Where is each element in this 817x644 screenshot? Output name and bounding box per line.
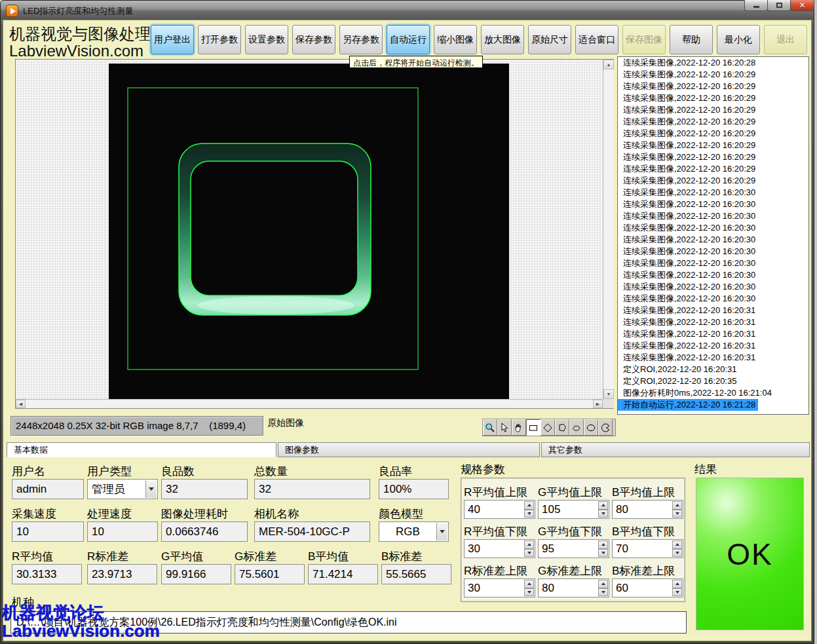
toolbar-button-3[interactable]: 设置参数 <box>245 25 288 54</box>
field-良品率[interactable]: 100% <box>379 479 449 499</box>
polygon-roi-tool[interactable] <box>555 419 569 436</box>
log-entry[interactable]: 连续采集图像,2022-12-20 16:20:31 <box>618 352 758 364</box>
minimize-button[interactable] <box>744 0 768 11</box>
oval-roi-tool[interactable] <box>584 419 598 436</box>
spec-spinner-B标准差上限[interactable]: 60 <box>612 578 683 597</box>
log-entry[interactable]: 连续采集图像,2022-12-20 16:20:30 <box>618 210 758 222</box>
toolbar-button-6[interactable]: 自动运行 <box>387 25 430 54</box>
field-用户类型[interactable]: 管理员 <box>87 479 158 499</box>
field-G平均值[interactable]: 99.9166 <box>161 564 231 584</box>
cursor-tool[interactable] <box>497 419 512 436</box>
log-entry[interactable]: 连续采集图像,2022-12-20 16:20:31 <box>618 316 758 328</box>
dropdown-button[interactable] <box>436 523 447 540</box>
log-entry[interactable]: 连续采集图像,2022-12-20 16:20:31 <box>618 305 758 316</box>
field-G标准差[interactable]: 75.5601 <box>235 564 305 584</box>
log-entry[interactable]: 连续采集图像,2022-12-20 16:20:30 <box>618 199 758 210</box>
field-处理速度[interactable]: 10 <box>87 521 158 542</box>
log-listbox[interactable]: 连续采集图像,2022-12-20 16:20:28连续采集图像,2022-12… <box>617 56 809 415</box>
log-entry[interactable]: 连续采集图像,2022-12-20 16:20:29 <box>618 151 758 163</box>
roi-rectangle[interactable] <box>128 88 418 369</box>
spinner-down-button[interactable] <box>524 588 534 597</box>
tab-1[interactable]: 基本数据 <box>7 442 276 457</box>
toolbar-button-1[interactable]: 用户登出 <box>151 25 194 54</box>
log-entry[interactable]: 连续采集图像,2022-12-20 16:20:30 <box>618 257 758 269</box>
spec-spinner-G平均值上限[interactable]: 105 <box>538 500 609 519</box>
toolbar-button-13[interactable]: 最小化 <box>717 25 760 54</box>
toolbar-button-11[interactable]: 保存图像 <box>622 25 666 54</box>
field-图像处理耗时[interactable]: 0.0663746 <box>161 521 248 542</box>
log-entry[interactable]: 连续采集图像,2022-12-20 16:20:31 <box>618 328 758 340</box>
spec-spinner-R平均值上限[interactable]: 40 <box>464 500 535 519</box>
field-采集速度[interactable]: 10 <box>12 521 84 542</box>
log-entry[interactable]: 连续采集图像,2022-12-20 16:20:29 <box>618 104 758 116</box>
toolbar-button-8[interactable]: 放大图像 <box>481 25 524 54</box>
scroll-left-arrow[interactable]: ◀ <box>16 400 26 408</box>
log-entry[interactable]: 定义ROI,2022-12-20 16:20:31 <box>618 364 739 375</box>
spinner-up-button[interactable] <box>524 501 534 510</box>
spinner-down-button[interactable] <box>672 588 682 597</box>
spinner-down-button[interactable] <box>524 510 534 518</box>
spec-spinner-R标准差上限[interactable]: 30 <box>464 578 535 597</box>
spinner-down-button[interactable] <box>598 549 608 558</box>
scroll-up-arrow[interactable]: ▲ <box>603 60 614 69</box>
spinner-up-button[interactable] <box>524 540 534 549</box>
spec-spinner-B平均值上限[interactable]: 80 <box>612 500 683 519</box>
rotated-rect-roi-tool[interactable] <box>541 419 555 436</box>
title-bar[interactable]: LED指示灯亮度和均匀性测量 <box>1 1 814 20</box>
dropdown-button[interactable] <box>145 480 157 498</box>
vertical-scrollbar[interactable]: ▲ ▼ <box>603 60 614 399</box>
toolbar-button-10[interactable]: 适合窗口 <box>575 25 618 54</box>
log-entry[interactable]: 连续采集图像,2022-12-20 16:20:29 <box>618 116 758 128</box>
log-entry[interactable]: 连续采集图像,2022-12-20 16:20:28 <box>618 57 758 69</box>
spec-spinner-R平均值下限[interactable]: 30 <box>464 539 535 558</box>
rect-roi-tool[interactable] <box>526 419 541 436</box>
image-display[interactable]: ▲ ▼ ◀ ▶ <box>15 59 614 409</box>
zoom-tool[interactable] <box>483 419 497 436</box>
log-entry[interactable]: 连续采集图像,2022-12-20 16:20:29 <box>618 163 758 175</box>
spinner-down-button[interactable] <box>598 588 608 597</box>
spinner-up-button[interactable] <box>672 540 682 549</box>
field-良品数[interactable]: 32 <box>161 479 248 499</box>
field-B标准差[interactable]: 55.5665 <box>381 564 451 584</box>
toolbar-button-9[interactable]: 原始尺寸 <box>528 25 571 54</box>
log-entry[interactable]: 连续采集图像,2022-12-20 16:20:29 <box>618 175 758 187</box>
toolbar-button-5[interactable]: 另存参数 <box>339 25 383 54</box>
spinner-down-button[interactable] <box>672 549 682 558</box>
field-总数量[interactable]: 32 <box>254 479 370 499</box>
spinner-up-button[interactable] <box>598 540 608 549</box>
scroll-right-arrow[interactable]: ▶ <box>593 400 603 408</box>
toolbar-button-4[interactable]: 保存参数 <box>292 25 335 54</box>
field-相机名称[interactable]: MER-504-10GC-P <box>254 521 370 542</box>
log-entry[interactable]: 连续采集图像,2022-12-20 16:20:30 <box>618 234 758 246</box>
toolbar-button-14[interactable]: 退出 <box>764 25 807 54</box>
log-entry[interactable]: 连续采集图像,2022-12-20 16:20:29 <box>618 81 758 92</box>
log-entry[interactable]: 连续采集图像,2022-12-20 16:20:30 <box>618 281 758 293</box>
tab-3[interactable]: 其它参数 <box>541 442 810 457</box>
toolbar-button-12[interactable]: 帮助 <box>670 25 713 54</box>
spec-spinner-G平均值下限[interactable]: 95 <box>538 539 609 558</box>
field-B平均值[interactable]: 71.4214 <box>308 564 378 584</box>
scroll-down-arrow[interactable]: ▼ <box>603 389 614 399</box>
log-entry[interactable]: 连续采集图像,2022-12-20 16:20:29 <box>618 140 758 151</box>
log-entry[interactable]: 连续采集图像,2022-12-20 16:20:30 <box>618 222 758 234</box>
spinner-down-button[interactable] <box>598 510 608 518</box>
spec-spinner-B平均值下限[interactable]: 70 <box>612 539 683 558</box>
spinner-up-button[interactable] <box>598 580 608 588</box>
spec-spinner-G标准差上限[interactable]: 80 <box>538 578 609 597</box>
spinner-up-button[interactable] <box>598 501 608 510</box>
log-entry[interactable]: 连续采集图像,2022-12-20 16:20:31 <box>618 340 758 352</box>
tab-2[interactable]: 图像参数 <box>278 442 540 457</box>
field-用户名[interactable]: admin <box>12 479 84 499</box>
log-entry[interactable]: 定义ROI,2022-12-20 16:20:35 <box>618 375 739 387</box>
log-entry[interactable]: 开始自动运行,2022-12-20 16:21:28 <box>618 399 758 411</box>
spinner-up-button[interactable] <box>524 580 534 588</box>
log-entry[interactable]: 连续采集图像,2022-12-20 16:20:29 <box>618 92 758 104</box>
log-entry[interactable]: 连续采集图像,2022-12-20 16:20:30 <box>618 187 758 199</box>
spinner-up-button[interactable] <box>672 501 682 510</box>
freehand-roi-tool[interactable] <box>569 419 584 436</box>
spinner-down-button[interactable] <box>672 510 682 518</box>
log-entry[interactable]: 连续采集图像,2022-12-20 16:20:30 <box>618 246 758 257</box>
field-R标准差[interactable]: 23.9713 <box>87 564 157 584</box>
close-button[interactable]: ✕ <box>790 0 814 11</box>
spinner-up-button[interactable] <box>672 580 682 588</box>
